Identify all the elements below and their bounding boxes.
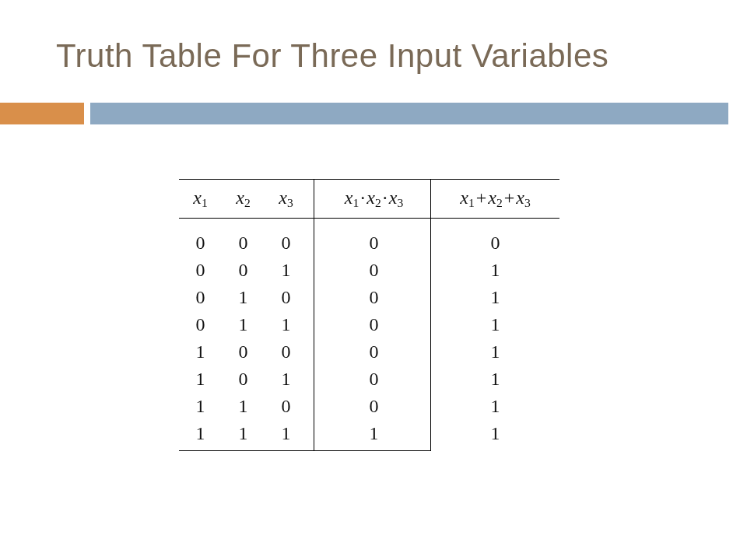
table-row: 11001	[179, 393, 559, 420]
col-header-or: x1+x2+x3	[431, 180, 560, 219]
col-header-and: x1·x2·x3	[314, 180, 431, 219]
cell-or: 1	[431, 284, 560, 311]
cell-x2: 1	[222, 420, 265, 451]
cell-x3: 1	[265, 366, 314, 393]
cell-and: 0	[314, 311, 431, 338]
cell-x2: 0	[222, 338, 265, 366]
col-header-x1: x1	[179, 180, 222, 219]
slide-title: Truth Table For Three Input Variables	[56, 37, 716, 75]
divider-line	[90, 103, 728, 124]
cell-and: 0	[314, 393, 431, 420]
cell-x1: 0	[179, 311, 222, 338]
cell-x3: 0	[265, 284, 314, 311]
cell-x3: 1	[265, 311, 314, 338]
cell-x1: 1	[179, 393, 222, 420]
table-header-row: x1 x2 x3 x1·x2·x3 x1+x2+x3	[179, 180, 559, 219]
cell-x1: 1	[179, 420, 222, 451]
table-row: 00000	[179, 218, 559, 257]
cell-x1: 1	[179, 338, 222, 366]
cell-and: 0	[314, 218, 431, 257]
cell-x2: 0	[222, 218, 265, 257]
cell-or: 1	[431, 257, 560, 284]
col-header-x2: x2	[222, 180, 265, 219]
cell-x2: 1	[222, 393, 265, 420]
cell-x2: 0	[222, 257, 265, 284]
accent-block	[0, 103, 84, 124]
cell-x1: 0	[179, 284, 222, 311]
cell-x3: 1	[265, 257, 314, 284]
table-row: 10101	[179, 366, 559, 393]
cell-x2: 0	[222, 366, 265, 393]
table-row: 10001	[179, 338, 559, 366]
cell-x3: 0	[265, 218, 314, 257]
cell-and: 0	[314, 338, 431, 366]
slide: Truth Table For Three Input Variables x1…	[0, 0, 747, 560]
table-row: 01001	[179, 284, 559, 311]
table-row: 00101	[179, 257, 559, 284]
cell-x3: 0	[265, 338, 314, 366]
cell-and: 1	[314, 420, 431, 451]
cell-x1: 0	[179, 257, 222, 284]
truth-table: x1 x2 x3 x1·x2·x3 x1+x2+x3 0000000101010…	[179, 179, 559, 451]
cell-x3: 0	[265, 393, 314, 420]
cell-x3: 1	[265, 420, 314, 451]
cell-x1: 0	[179, 218, 222, 257]
table-row: 01101	[179, 311, 559, 338]
cell-and: 0	[314, 366, 431, 393]
table-row: 11111	[179, 420, 559, 451]
cell-x2: 1	[222, 284, 265, 311]
col-header-x3: x3	[265, 180, 314, 219]
cell-and: 0	[314, 284, 431, 311]
cell-and: 0	[314, 257, 431, 284]
cell-or: 1	[431, 366, 560, 393]
cell-or: 1	[431, 420, 560, 451]
cell-or: 1	[431, 393, 560, 420]
cell-or: 0	[431, 218, 560, 257]
cell-or: 1	[431, 338, 560, 366]
cell-x1: 1	[179, 366, 222, 393]
table: x1 x2 x3 x1·x2·x3 x1+x2+x3 0000000101010…	[179, 179, 559, 451]
cell-or: 1	[431, 311, 560, 338]
table-body: 0000000101010010110110001101011100111111	[179, 218, 559, 450]
cell-x2: 1	[222, 311, 265, 338]
